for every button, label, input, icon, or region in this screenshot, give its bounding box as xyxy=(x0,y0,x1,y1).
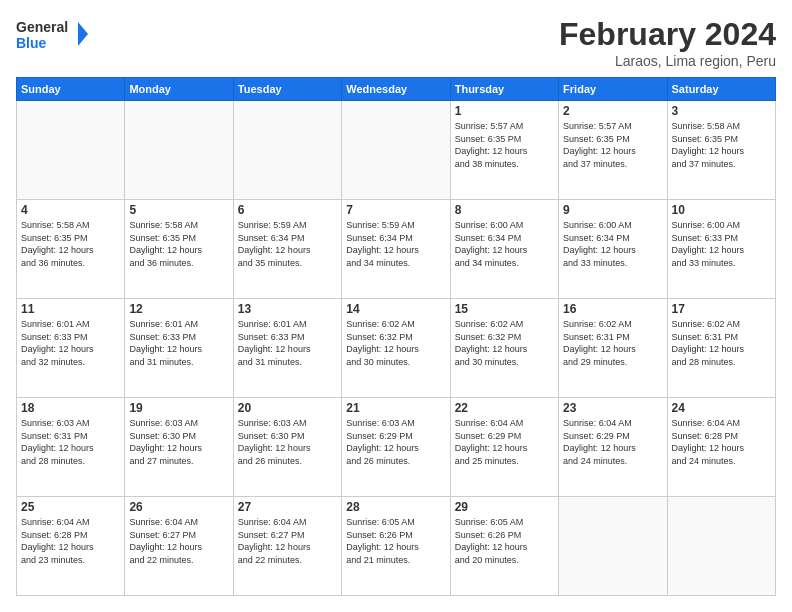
calendar-header-row: SundayMondayTuesdayWednesdayThursdayFrid… xyxy=(17,78,776,101)
day-info: Sunrise: 6:02 AM Sunset: 6:31 PM Dayligh… xyxy=(563,318,662,368)
calendar-header-thursday: Thursday xyxy=(450,78,558,101)
day-info: Sunrise: 6:04 AM Sunset: 6:28 PM Dayligh… xyxy=(21,516,120,566)
calendar-cell: 10Sunrise: 6:00 AM Sunset: 6:33 PM Dayli… xyxy=(667,200,775,299)
calendar-cell: 5Sunrise: 5:58 AM Sunset: 6:35 PM Daylig… xyxy=(125,200,233,299)
day-number: 15 xyxy=(455,302,554,316)
calendar-cell: 6Sunrise: 5:59 AM Sunset: 6:34 PM Daylig… xyxy=(233,200,341,299)
calendar-cell: 21Sunrise: 6:03 AM Sunset: 6:29 PM Dayli… xyxy=(342,398,450,497)
day-info: Sunrise: 6:04 AM Sunset: 6:29 PM Dayligh… xyxy=(455,417,554,467)
calendar-cell xyxy=(342,101,450,200)
day-info: Sunrise: 5:59 AM Sunset: 6:34 PM Dayligh… xyxy=(238,219,337,269)
day-info: Sunrise: 6:00 AM Sunset: 6:33 PM Dayligh… xyxy=(672,219,771,269)
day-number: 13 xyxy=(238,302,337,316)
calendar-week-1: 1Sunrise: 5:57 AM Sunset: 6:35 PM Daylig… xyxy=(17,101,776,200)
calendar-cell: 25Sunrise: 6:04 AM Sunset: 6:28 PM Dayli… xyxy=(17,497,125,596)
calendar-cell: 1Sunrise: 5:57 AM Sunset: 6:35 PM Daylig… xyxy=(450,101,558,200)
calendar-table: SundayMondayTuesdayWednesdayThursdayFrid… xyxy=(16,77,776,596)
day-info: Sunrise: 5:58 AM Sunset: 6:35 PM Dayligh… xyxy=(21,219,120,269)
day-number: 12 xyxy=(129,302,228,316)
calendar-week-2: 4Sunrise: 5:58 AM Sunset: 6:35 PM Daylig… xyxy=(17,200,776,299)
calendar-cell: 18Sunrise: 6:03 AM Sunset: 6:31 PM Dayli… xyxy=(17,398,125,497)
day-number: 9 xyxy=(563,203,662,217)
calendar-cell: 20Sunrise: 6:03 AM Sunset: 6:30 PM Dayli… xyxy=(233,398,341,497)
day-number: 26 xyxy=(129,500,228,514)
day-info: Sunrise: 6:03 AM Sunset: 6:30 PM Dayligh… xyxy=(129,417,228,467)
day-number: 25 xyxy=(21,500,120,514)
day-number: 23 xyxy=(563,401,662,415)
day-info: Sunrise: 6:04 AM Sunset: 6:27 PM Dayligh… xyxy=(238,516,337,566)
day-number: 21 xyxy=(346,401,445,415)
calendar-cell xyxy=(667,497,775,596)
calendar-cell: 11Sunrise: 6:01 AM Sunset: 6:33 PM Dayli… xyxy=(17,299,125,398)
day-number: 16 xyxy=(563,302,662,316)
day-info: Sunrise: 6:00 AM Sunset: 6:34 PM Dayligh… xyxy=(563,219,662,269)
logo: GeneralBlue xyxy=(16,16,96,52)
day-info: Sunrise: 6:01 AM Sunset: 6:33 PM Dayligh… xyxy=(129,318,228,368)
logo-svg: GeneralBlue xyxy=(16,16,96,52)
calendar-cell xyxy=(559,497,667,596)
day-number: 8 xyxy=(455,203,554,217)
day-info: Sunrise: 6:02 AM Sunset: 6:31 PM Dayligh… xyxy=(672,318,771,368)
day-number: 17 xyxy=(672,302,771,316)
day-info: Sunrise: 6:03 AM Sunset: 6:29 PM Dayligh… xyxy=(346,417,445,467)
calendar-cell: 16Sunrise: 6:02 AM Sunset: 6:31 PM Dayli… xyxy=(559,299,667,398)
calendar-header-sunday: Sunday xyxy=(17,78,125,101)
day-number: 2 xyxy=(563,104,662,118)
day-info: Sunrise: 5:57 AM Sunset: 6:35 PM Dayligh… xyxy=(563,120,662,170)
day-info: Sunrise: 6:03 AM Sunset: 6:30 PM Dayligh… xyxy=(238,417,337,467)
calendar-week-3: 11Sunrise: 6:01 AM Sunset: 6:33 PM Dayli… xyxy=(17,299,776,398)
day-number: 6 xyxy=(238,203,337,217)
calendar-cell: 27Sunrise: 6:04 AM Sunset: 6:27 PM Dayli… xyxy=(233,497,341,596)
calendar-cell: 14Sunrise: 6:02 AM Sunset: 6:32 PM Dayli… xyxy=(342,299,450,398)
calendar-cell: 19Sunrise: 6:03 AM Sunset: 6:30 PM Dayli… xyxy=(125,398,233,497)
day-info: Sunrise: 6:04 AM Sunset: 6:29 PM Dayligh… xyxy=(563,417,662,467)
day-info: Sunrise: 6:01 AM Sunset: 6:33 PM Dayligh… xyxy=(21,318,120,368)
svg-text:Blue: Blue xyxy=(16,35,47,51)
calendar-week-4: 18Sunrise: 6:03 AM Sunset: 6:31 PM Dayli… xyxy=(17,398,776,497)
day-number: 18 xyxy=(21,401,120,415)
day-info: Sunrise: 6:04 AM Sunset: 6:28 PM Dayligh… xyxy=(672,417,771,467)
day-info: Sunrise: 6:02 AM Sunset: 6:32 PM Dayligh… xyxy=(455,318,554,368)
day-number: 27 xyxy=(238,500,337,514)
calendar-cell: 26Sunrise: 6:04 AM Sunset: 6:27 PM Dayli… xyxy=(125,497,233,596)
calendar-header-wednesday: Wednesday xyxy=(342,78,450,101)
calendar-cell: 24Sunrise: 6:04 AM Sunset: 6:28 PM Dayli… xyxy=(667,398,775,497)
day-info: Sunrise: 6:05 AM Sunset: 6:26 PM Dayligh… xyxy=(346,516,445,566)
calendar-week-5: 25Sunrise: 6:04 AM Sunset: 6:28 PM Dayli… xyxy=(17,497,776,596)
day-number: 5 xyxy=(129,203,228,217)
day-number: 7 xyxy=(346,203,445,217)
day-number: 19 xyxy=(129,401,228,415)
day-info: Sunrise: 6:03 AM Sunset: 6:31 PM Dayligh… xyxy=(21,417,120,467)
calendar-cell: 12Sunrise: 6:01 AM Sunset: 6:33 PM Dayli… xyxy=(125,299,233,398)
calendar-cell: 29Sunrise: 6:05 AM Sunset: 6:26 PM Dayli… xyxy=(450,497,558,596)
day-info: Sunrise: 5:59 AM Sunset: 6:34 PM Dayligh… xyxy=(346,219,445,269)
day-number: 20 xyxy=(238,401,337,415)
title-block: February 2024 Laraos, Lima region, Peru xyxy=(559,16,776,69)
calendar-cell: 7Sunrise: 5:59 AM Sunset: 6:34 PM Daylig… xyxy=(342,200,450,299)
day-number: 24 xyxy=(672,401,771,415)
day-number: 4 xyxy=(21,203,120,217)
day-number: 22 xyxy=(455,401,554,415)
day-info: Sunrise: 6:02 AM Sunset: 6:32 PM Dayligh… xyxy=(346,318,445,368)
day-number: 11 xyxy=(21,302,120,316)
calendar-header-saturday: Saturday xyxy=(667,78,775,101)
day-info: Sunrise: 6:01 AM Sunset: 6:33 PM Dayligh… xyxy=(238,318,337,368)
day-number: 29 xyxy=(455,500,554,514)
calendar-cell: 23Sunrise: 6:04 AM Sunset: 6:29 PM Dayli… xyxy=(559,398,667,497)
svg-marker-2 xyxy=(78,22,88,46)
calendar-header-monday: Monday xyxy=(125,78,233,101)
calendar-cell xyxy=(125,101,233,200)
calendar-cell: 17Sunrise: 6:02 AM Sunset: 6:31 PM Dayli… xyxy=(667,299,775,398)
day-info: Sunrise: 5:58 AM Sunset: 6:35 PM Dayligh… xyxy=(129,219,228,269)
calendar-cell: 8Sunrise: 6:00 AM Sunset: 6:34 PM Daylig… xyxy=(450,200,558,299)
calendar-header-tuesday: Tuesday xyxy=(233,78,341,101)
calendar-cell: 22Sunrise: 6:04 AM Sunset: 6:29 PM Dayli… xyxy=(450,398,558,497)
day-number: 28 xyxy=(346,500,445,514)
calendar-cell: 4Sunrise: 5:58 AM Sunset: 6:35 PM Daylig… xyxy=(17,200,125,299)
day-number: 3 xyxy=(672,104,771,118)
subtitle: Laraos, Lima region, Peru xyxy=(559,53,776,69)
day-info: Sunrise: 5:57 AM Sunset: 6:35 PM Dayligh… xyxy=(455,120,554,170)
calendar-cell: 15Sunrise: 6:02 AM Sunset: 6:32 PM Dayli… xyxy=(450,299,558,398)
calendar-cell: 28Sunrise: 6:05 AM Sunset: 6:26 PM Dayli… xyxy=(342,497,450,596)
svg-text:General: General xyxy=(16,19,68,35)
